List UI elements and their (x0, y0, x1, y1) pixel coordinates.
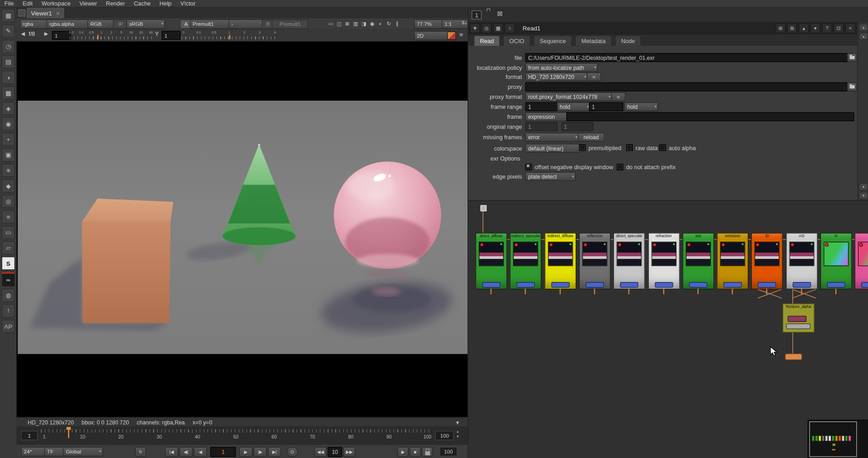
scroll-down-icon[interactable] (859, 183, 868, 190)
menu-cache[interactable]: Cache (130, 0, 155, 7)
node-indirect_specular[interactable]: indirect_specular (510, 233, 542, 289)
node-AO[interactable]: AO (786, 233, 818, 289)
postage-stamp-bar[interactable] (655, 282, 673, 287)
tool-color[interactable]: ◑ (2, 71, 15, 84)
center-node-icon[interactable]: ◎ (482, 23, 492, 33)
wipe-op-dropdown[interactable]: - (229, 19, 265, 29)
tool-other[interactable]: ▱ (2, 241, 15, 254)
frame-increment-input[interactable]: 10 (328, 447, 342, 457)
goto-start-button[interactable]: |◀ (165, 447, 178, 457)
postage-stamp-bar[interactable] (758, 282, 776, 287)
jump-back-button[interactable]: ◀◀ (314, 447, 327, 457)
goto-end-button[interactable]: ▶| (268, 447, 281, 457)
colorspace-dropdown[interactable]: default (linear) (526, 144, 583, 153)
frame-range-end-input[interactable]: 1 (589, 102, 623, 112)
node-N[interactable]: N (820, 233, 852, 289)
gain-input[interactable]: 1 (52, 31, 71, 40)
menu-edit[interactable]: Edit (18, 0, 37, 7)
node-sss[interactable]: sss (682, 233, 714, 289)
localization-dropdown[interactable]: from auto-localize path (526, 63, 598, 72)
close-icon[interactable] (56, 10, 59, 16)
frame-range-start-input[interactable]: 1 (526, 102, 558, 112)
color-swatch-icon[interactable]: ▦ (493, 23, 503, 33)
tool-keyer[interactable]: ◈ (2, 102, 15, 115)
timeline-ruler[interactable]: 1102030405060708090100 (41, 429, 432, 442)
scroll-up2-icon[interactable] (859, 33, 868, 40)
lut-dropdown[interactable]: sRGB (126, 19, 165, 29)
gamma-toggle-icon[interactable]: ◐ (376, 19, 385, 28)
move-up-icon[interactable]: ▴ (799, 23, 809, 33)
postage-stamp-bar[interactable] (516, 282, 535, 287)
tool-channel[interactable]: ▤ (2, 55, 15, 68)
view-mode-dropdown[interactable]: 2D (414, 31, 452, 40)
checker-icon[interactable]: ⊠ (343, 19, 352, 28)
postage-stamp-bar[interactable] (792, 282, 810, 287)
postage-stamp-bar[interactable] (862, 282, 868, 287)
frame-mode-dropdown[interactable]: expression (526, 112, 570, 122)
node-emission[interactable]: emission (717, 233, 748, 289)
tool-ocio[interactable]: ◍ (2, 289, 15, 302)
gamma-caret[interactable] (229, 35, 230, 39)
premultiplied-checkbox[interactable]: premultiplied (579, 144, 622, 151)
group-inner-node[interactable] (786, 324, 810, 329)
status-expand-icon[interactable] (455, 419, 460, 425)
collapse-icon[interactable]: ▼ (470, 23, 480, 33)
close-all-panels-icon[interactable] (497, 10, 502, 18)
tool-deep[interactable]: ◆ (2, 179, 15, 192)
menu-render[interactable]: Render (101, 0, 130, 7)
node-direct_specular[interactable]: direct_specular (613, 233, 645, 289)
node-restore-alpha-group[interactable]: Restore_alpha (783, 304, 815, 332)
tab-ocio[interactable]: OCIO (503, 35, 530, 46)
edge-pixels-dropdown[interactable]: plate detect (526, 172, 576, 181)
scroll-up-icon[interactable] (859, 24, 868, 31)
frame-expression-input[interactable] (566, 112, 854, 122)
tool-merge[interactable]: ◉ (2, 117, 15, 131)
color-sample-icon[interactable] (447, 32, 456, 40)
frame-lock-button[interactable]: O (287, 447, 298, 457)
viewer-menu-icon[interactable]: ≡ (459, 31, 463, 38)
move-down-icon[interactable]: ▾ (810, 23, 820, 33)
playhead[interactable] (68, 429, 69, 439)
postage-stamp-bar[interactable] (620, 282, 638, 287)
loop-mode-icon[interactable]: ↻ (135, 447, 146, 457)
tool-time[interactable]: ◷ (2, 40, 15, 53)
node-ID[interactable]: ID (752, 233, 783, 289)
lock-range-button[interactable] (422, 447, 433, 457)
tab-node[interactable]: Node (615, 35, 641, 46)
scroll-down2-icon[interactable] (859, 192, 868, 199)
toolbar-overflow-icon[interactable]: ⇕ (461, 20, 465, 25)
offset-negative-display-checkbox[interactable]: offset negative display window (526, 164, 613, 171)
tool-air[interactable]: ΛP (2, 320, 15, 333)
node-refraction[interactable]: refraction (648, 233, 680, 289)
timeline-in-input[interactable]: 1 (21, 431, 38, 440)
format-dropdown[interactable]: HD_720 1280x720 (526, 73, 588, 82)
tool-draw[interactable]: ✎ (2, 24, 15, 38)
close-panel-icon[interactable]: × (845, 23, 855, 33)
missing-frames-dropdown[interactable]: error (526, 133, 579, 142)
tab-metadata[interactable]: Metadata (575, 35, 612, 46)
y-input[interactable]: 1 (162, 31, 181, 40)
viewer-tab[interactable]: Viewer1 (27, 8, 64, 18)
wipe-rect-icon[interactable]: ▭ (327, 19, 335, 28)
output-dot-node[interactable] (785, 353, 802, 360)
file-browse-button[interactable] (847, 53, 857, 62)
dot-node[interactable] (481, 205, 487, 211)
proxy-format-eq-button[interactable]: = (611, 93, 626, 102)
wipe-split-icon[interactable]: ◫ (335, 19, 343, 28)
postage-stamp-bar[interactable] (827, 282, 845, 287)
auto-alpha-checkbox[interactable]: auto alpha (659, 144, 696, 151)
jump-forward-button[interactable]: ▶▶ (343, 447, 356, 457)
proxy-format-dropdown[interactable]: root.proxy_format 1024x778 (526, 93, 612, 102)
pause-icon[interactable]: ∥ (393, 19, 401, 28)
menu-vctor[interactable]: V!ctor (176, 0, 200, 7)
transport-out-input[interactable]: 100 (439, 447, 457, 457)
help-icon[interactable]: ? (822, 23, 832, 33)
range-dropdown[interactable]: Global (63, 447, 103, 457)
menu-help[interactable]: Help (155, 0, 176, 7)
format-eq-button[interactable]: = (587, 73, 601, 82)
refresh-icon[interactable]: ↻ (385, 19, 393, 28)
menu-workspace[interactable]: Workspace (37, 0, 75, 7)
step-forward-button[interactable]: ▶ (239, 447, 252, 457)
node-P[interactable]: P (855, 233, 868, 289)
tool-metadata[interactable]: ≡ (2, 210, 15, 224)
